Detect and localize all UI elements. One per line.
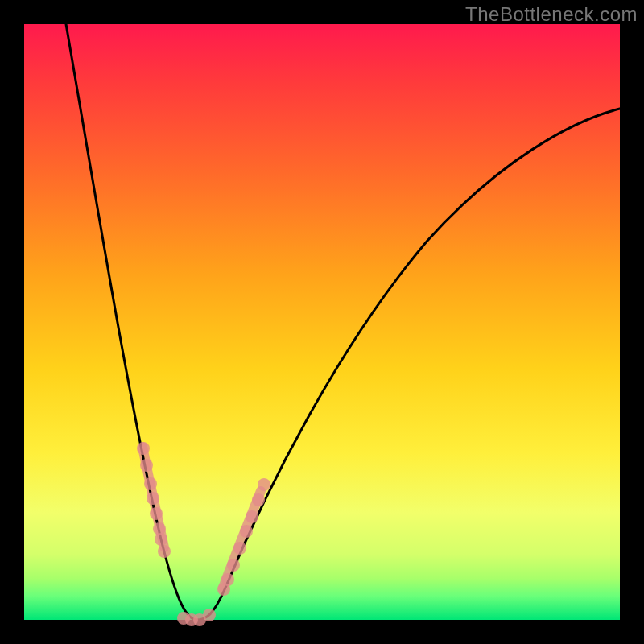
highlight-dot: [147, 492, 159, 505]
curve-layer: [24, 24, 620, 620]
highlight-segment: [223, 491, 261, 588]
highlight-dot: [137, 442, 150, 455]
chart-frame: TheBottleneck.com: [0, 0, 644, 644]
highlight-dot: [140, 459, 153, 472]
highlight-dot: [246, 510, 258, 523]
highlight-dot: [144, 477, 157, 490]
highlight-dot: [150, 507, 163, 520]
plot-area: [24, 24, 620, 620]
highlight-dot: [252, 493, 265, 506]
highlight-dots: [137, 442, 270, 626]
highlight-dot: [227, 559, 240, 572]
highlight-dot: [221, 573, 234, 586]
highlight-dot: [258, 478, 270, 491]
highlight-dot: [233, 542, 246, 555]
bottleneck-curve: [66, 24, 620, 620]
highlight-dot: [155, 533, 167, 546]
watermark-text: TheBottleneck.com: [465, 3, 638, 26]
highlight-dot: [240, 525, 253, 538]
highlight-dot: [158, 545, 171, 558]
highlight-dot: [203, 609, 216, 621]
bottleneck-curve: [66, 24, 620, 620]
